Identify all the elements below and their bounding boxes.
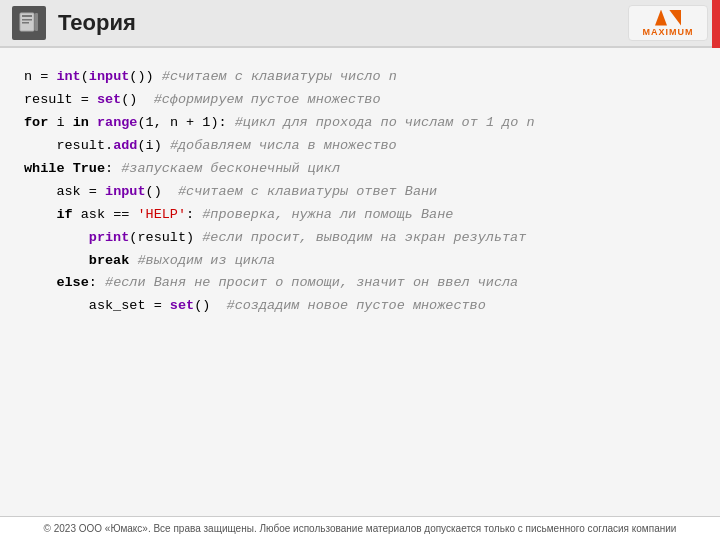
logo-area: MAXIMUM <box>628 5 708 41</box>
svg-rect-2 <box>22 19 32 21</box>
svg-rect-4 <box>35 13 38 31</box>
header: Теория MAXIMUM <box>0 0 720 48</box>
svg-rect-3 <box>22 22 29 24</box>
header-icon <box>12 6 46 40</box>
svg-rect-1 <box>22 15 32 17</box>
copyright-text: © 2023 ООО «Юмакс». Все права защищены. … <box>44 523 677 534</box>
logo: MAXIMUM <box>628 5 708 41</box>
page-title: Теория <box>58 10 136 36</box>
footer: © 2023 ООО «Юмакс». Все права защищены. … <box>0 516 720 540</box>
header-accent-bar <box>712 0 720 48</box>
code-area: n = int(input()) #считаем с клавиатуры ч… <box>0 48 720 516</box>
code-block: n = int(input()) #считаем с клавиатуры ч… <box>24 66 696 318</box>
header-left: Теория <box>12 6 136 40</box>
logo-text: MAXIMUM <box>643 27 694 37</box>
